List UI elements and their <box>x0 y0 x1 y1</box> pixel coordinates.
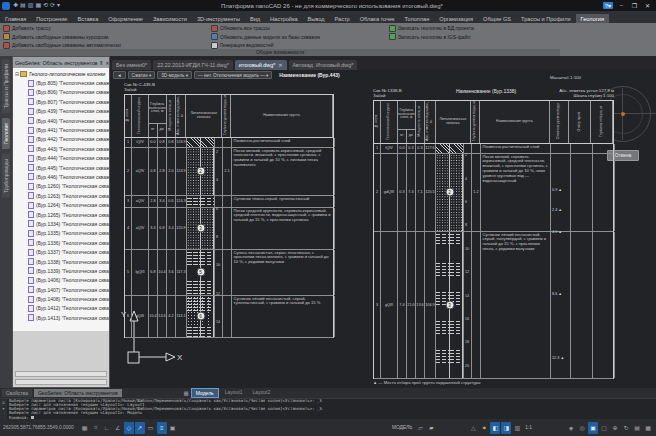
regen-icon[interactable]: ↻ <box>621 422 631 434</box>
scale-selector[interactable]: 1:1 <box>525 425 532 430</box>
print-icon[interactable]: ▦ <box>34 1 42 10</box>
layout-grid-icon[interactable]: ▦ <box>184 390 189 396</box>
properties-icon[interactable]: ▣ <box>588 422 598 434</box>
ribbon-tab-Настройка[interactable]: Настройка <box>265 14 303 23</box>
help-button[interactable]: ?▾ <box>603 2 613 9</box>
help-dropdown-arrow-icon[interactable]: ▾ <box>608 3 611 9</box>
side-tab-Трассы и Профили[interactable]: Трассы и Профили <box>2 59 10 113</box>
tree-item[interactable]: (Бур.1334) "Геологическая скважина" <box>15 219 109 228</box>
pin-icon[interactable]: ⊼ <box>100 60 104 66</box>
frame-icon[interactable]: ▢ <box>599 422 609 434</box>
tree-item[interactable]: (Бур.1337) "Геологическая скважина" <box>15 247 109 256</box>
back-button[interactable]: ◄ <box>113 71 126 79</box>
collapse-icon[interactable]: ⊟ <box>15 71 19 77</box>
tree-item[interactable]: (Бур.1260) "Геологическая скважина" <box>15 182 109 191</box>
restore-button[interactable]: ❐ <box>628 2 641 9</box>
paper-space-icon[interactable]: ▱ <box>415 422 425 434</box>
ribbon-tab-3D-инструменты[interactable]: 3D-инструменты <box>192 14 245 23</box>
tree-item[interactable]: (Бур.440) "Геологическая скважина" <box>15 116 109 125</box>
units-icon[interactable]: ▥ <box>512 422 522 434</box>
tree-item[interactable]: (Бур.807) "Геологическая скважина" <box>15 97 109 106</box>
ribbon-tab-Вставка[interactable]: Вставка <box>72 14 103 23</box>
toolbar-dropdown[interactable]: 3D-модель ▾ <box>157 71 192 79</box>
ribbon-tab-Топоплан[interactable]: Топоплан <box>400 14 435 23</box>
добавить-свободные-скважины-курсором-button[interactable]: Добавить свободные скважины курсором <box>2 33 210 42</box>
layout-tab-Layout1[interactable]: Layout1 <box>221 388 247 398</box>
tree-item[interactable]: (Бур.1412) "Геологическая скважина" <box>15 304 109 313</box>
new-file-icon[interactable]: ✚ <box>12 1 19 10</box>
doc-tab[interactable]: Автокад. Итоговый.dwg* <box>289 60 358 70</box>
pan-icon[interactable]: ◈ <box>566 422 576 434</box>
записать-геологию-в-igs-файл-button[interactable]: Записать геологию в IGS-файл <box>388 33 548 42</box>
tree-item[interactable]: (Бур.444) "Геологическая скважина" <box>15 154 109 163</box>
ribbon-tab-Оформление[interactable]: Оформление <box>103 14 148 23</box>
ribbon-tab-Геология[interactable]: Геология <box>576 14 609 23</box>
tool-palette-header[interactable]: GeoSeries: Область инструментов ⊼✕ <box>13 57 109 68</box>
tree-item[interactable]: (Бур.1406) "Геологическая скважина" <box>15 276 109 285</box>
close-doc-icon[interactable]: ✕ <box>278 62 282 68</box>
model-space-icon[interactable]: ▰ <box>426 422 436 434</box>
annotation-visibility-icon[interactable]: ✶ <box>479 422 489 434</box>
doc-tab[interactable]: итоговый.dwg*✕ <box>235 60 287 70</box>
toolbar-dropdown[interactable]: — нет. Отключенная модель — ▾ <box>194 71 272 79</box>
layout-tab-Модель[interactable]: Модель <box>191 388 219 398</box>
tree-item[interactable]: (Бур.445) "Геологическая скважина" <box>15 163 109 172</box>
tree-item[interactable]: (Бур.1265) "Геологическая скважина" <box>15 210 109 219</box>
doc-tab[interactable]: Без имени0* <box>112 60 151 70</box>
grid-view-icon[interactable]: ▦ <box>643 422 653 434</box>
lineweight-icon[interactable]: ≡ <box>157 422 167 434</box>
command-line[interactable]: ≣▾ Выберите параметров листа [Копировать… <box>0 398 656 419</box>
tree-item[interactable]: (Бур.446) "Геологическая скважина" <box>15 172 109 181</box>
toolbar-dropdown[interactable]: Сжатие ▾ <box>128 71 156 79</box>
horizontal-scrollbar[interactable] <box>15 371 107 377</box>
otrack-icon[interactable]: ↗ <box>135 422 145 434</box>
ribbon-tab-Общие GS[interactable]: Общие GS <box>478 14 516 23</box>
cmd-options-icon[interactable]: ≣ <box>2 400 5 405</box>
side-tab-Трубопроводы[interactable]: Трубопроводы <box>2 154 10 198</box>
ribbon-tab-Трассы и Профили[interactable]: Трассы и Профили <box>516 14 576 23</box>
tree-item[interactable]: (Бур.441) "Геологическая скважина" <box>15 125 109 134</box>
ribbon-tab-Построение[interactable]: Построение <box>31 14 72 23</box>
center-icon[interactable]: ⊕ <box>610 422 620 434</box>
tree-item[interactable]: (Бур.1336) "Геологическая скважина" <box>15 238 109 247</box>
tree-item[interactable]: (Бур.442) "Геологическая скважина" <box>15 135 109 144</box>
doc-tab[interactable]: 22.22.2013-ИГДИ.ГЧ-11.dwg* <box>153 60 233 70</box>
tree-root[interactable]: ⊟ Геолого-литологические колонки <box>15 69 109 78</box>
panel-tab[interactable]: Свойства <box>2 389 32 397</box>
close-panel-icon[interactable]: ✕ <box>105 60 109 66</box>
side-tab-Геология[interactable]: Геология <box>2 118 10 149</box>
ribbon-tab-Вид[interactable]: Вид <box>245 14 265 23</box>
annotation-sync-icon[interactable]: ◨ <box>501 422 511 434</box>
ribbon-tab-Главная[interactable]: Главная <box>0 14 31 23</box>
model-label[interactable]: МОДЕЛЬ <box>392 425 412 430</box>
tree-item[interactable]: (Бур.439) "Геологическая скважина" <box>15 107 109 116</box>
dyn-input-icon[interactable]: ▭ <box>146 422 156 434</box>
обновить-данные-модели-из-базы-скважин-button[interactable]: Обновить данные модели из базы скважин <box>210 33 388 42</box>
save-file-icon[interactable]: ▥ <box>27 1 35 10</box>
redo-icon[interactable]: ⟳ <box>49 1 56 10</box>
zoom-icon[interactable]: ◎ <box>577 422 587 434</box>
tree-item[interactable]: (Бур.1335) "Геологическая скважина" <box>15 229 109 238</box>
tree-item[interactable]: (Бур.1408) "Геологическая скважина" <box>15 294 109 303</box>
cycling-icon[interactable]: ▣ <box>168 422 178 434</box>
ribbon-tab-Облака точек[interactable]: Облака точек <box>355 14 400 23</box>
tree-item[interactable]: (Бур.805) "Геологическая скважина" <box>15 78 109 87</box>
autoscale-icon[interactable]: ◧ <box>490 422 500 434</box>
undo-icon[interactable]: ⟲ <box>42 1 49 10</box>
grid-icon[interactable]: ▦ <box>80 422 90 434</box>
обновить-все-трассы-button[interactable]: Обновить все трассы <box>210 24 388 33</box>
drawing-canvas[interactable]: ◄Сжатие ▾3D-модель ▾— нет. Отключенная м… <box>110 70 656 388</box>
ribbon-tab-Вывод[interactable]: Вывод <box>303 14 330 23</box>
tree-item[interactable]: (Бур.1413) "Геологическая скважина" <box>15 313 109 322</box>
resize-grip[interactable] <box>15 379 107 385</box>
snap-icon[interactable]: ⌗ <box>91 422 101 434</box>
annotation-scale-icon[interactable]: △ <box>468 422 478 434</box>
добавить-трассу-button[interactable]: Добавить трассу <box>2 24 210 33</box>
cmd-expand-icon[interactable]: ▾ <box>2 406 4 411</box>
osnap-icon[interactable]: ◇ <box>124 422 134 434</box>
sheets-icon[interactable]: ▤ <box>632 422 642 434</box>
minimize-button[interactable]: – <box>615 2 628 9</box>
ribbon-tab-Растр[interactable]: Растр <box>330 14 355 23</box>
tree-item[interactable]: (Бур.1263) "Геологическая скважина" <box>15 191 109 200</box>
command-history[interactable]: Выберите параметров листа [Копировать/Уд… <box>7 399 656 419</box>
